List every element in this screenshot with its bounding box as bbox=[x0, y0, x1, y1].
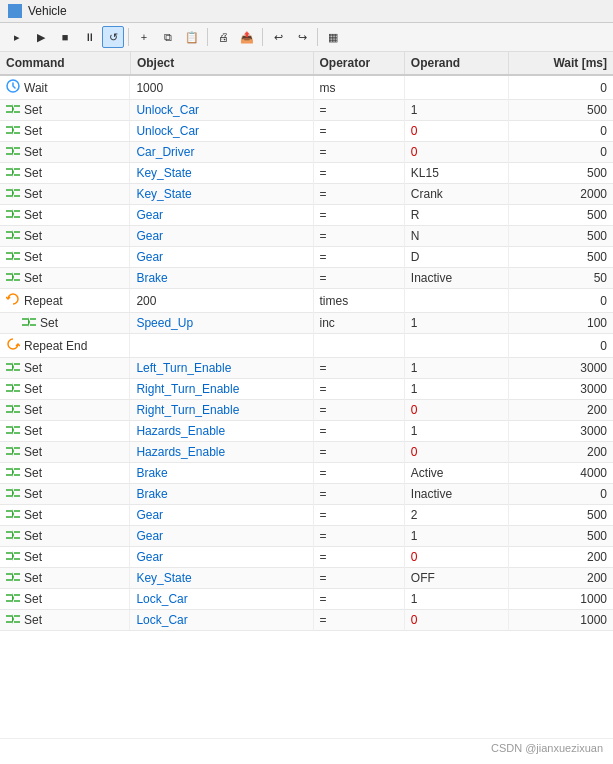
cell-operand: KL15 bbox=[404, 163, 508, 184]
command-label: Set bbox=[24, 508, 42, 522]
cell-object: Lock_Car bbox=[130, 589, 313, 610]
table-row[interactable]: Wait1000ms0 bbox=[0, 75, 613, 100]
toolbar-btn-add[interactable]: + bbox=[133, 26, 155, 48]
table-row[interactable]: SetCar_Driver=00 bbox=[0, 142, 613, 163]
table-row[interactable]: SetBrake=Inactive0 bbox=[0, 484, 613, 505]
cell-operand: 1 bbox=[404, 589, 508, 610]
cell-wait: 500 bbox=[509, 100, 613, 121]
table-row[interactable]: SetGear=N500 bbox=[0, 226, 613, 247]
cell-object: 1000 bbox=[130, 75, 313, 100]
toolbar-btn-export[interactable]: 📤 bbox=[236, 26, 258, 48]
table-row[interactable]: Repeat200times0 bbox=[0, 289, 613, 313]
table-row[interactable]: SetGear=D500 bbox=[0, 247, 613, 268]
cell-command: Set bbox=[0, 205, 130, 225]
cell-wait: 500 bbox=[509, 247, 613, 268]
cell-object: Gear bbox=[130, 247, 313, 268]
toolbar-btn-copy[interactable]: ⧉ bbox=[157, 26, 179, 48]
toolbar-btn-loop-active[interactable]: ↺ bbox=[102, 26, 124, 48]
command-label: Set bbox=[24, 103, 42, 117]
cell-object: Key_State bbox=[130, 163, 313, 184]
cell-command: Set bbox=[0, 121, 130, 141]
toolbar-btn-redo[interactable]: ↪ bbox=[291, 26, 313, 48]
toolbar-btn-grid[interactable]: ▦ bbox=[322, 26, 344, 48]
row-icon-set bbox=[6, 271, 20, 285]
table-row[interactable]: Repeat End0 bbox=[0, 334, 613, 358]
table-row[interactable]: SetBrake=Inactive50 bbox=[0, 268, 613, 289]
table-row[interactable]: SetGear=2500 bbox=[0, 505, 613, 526]
toolbar-btn-print[interactable]: 🖨 bbox=[212, 26, 234, 48]
cell-wait: 200 bbox=[509, 442, 613, 463]
cell-object: Unlock_Car bbox=[130, 121, 313, 142]
table-row[interactable]: SetGear=R500 bbox=[0, 205, 613, 226]
table-row[interactable]: SetRight_Turn_Enable=0200 bbox=[0, 400, 613, 421]
cell-operator: = bbox=[313, 379, 404, 400]
cell-object: Gear bbox=[130, 226, 313, 247]
toolbar-btn-paste[interactable]: 📋 bbox=[181, 26, 203, 48]
row-icon-set bbox=[6, 613, 20, 627]
toolbar: ▸▶■⏸↺+⧉📋🖨📤↩↪▦ bbox=[0, 23, 613, 52]
cell-operator: inc bbox=[313, 313, 404, 334]
table-row[interactable]: SetHazards_Enable=0200 bbox=[0, 442, 613, 463]
cell-operand: 1 bbox=[404, 100, 508, 121]
table-row[interactable]: SetLock_Car=01000 bbox=[0, 610, 613, 631]
table-row[interactable]: SetHazards_Enable=13000 bbox=[0, 421, 613, 442]
cell-command: Set bbox=[0, 358, 130, 378]
title-bar: Vehicle bbox=[0, 0, 613, 23]
cell-operator: = bbox=[313, 100, 404, 121]
table-header-row: Command Object Operator Operand Wait [ms… bbox=[0, 52, 613, 75]
table-row[interactable]: SetBrake=Active4000 bbox=[0, 463, 613, 484]
cell-object: Brake bbox=[130, 463, 313, 484]
cell-wait: 500 bbox=[509, 505, 613, 526]
table-row[interactable]: SetUnlock_Car=00 bbox=[0, 121, 613, 142]
window-icon bbox=[8, 4, 22, 18]
cell-command: Set bbox=[0, 526, 130, 546]
command-label: Set bbox=[24, 361, 42, 375]
command-label: Set bbox=[24, 250, 42, 264]
col-object: Object bbox=[130, 52, 313, 75]
row-icon-set bbox=[6, 445, 20, 459]
table-row[interactable]: SetGear=0200 bbox=[0, 547, 613, 568]
table-row[interactable]: SetGear=1500 bbox=[0, 526, 613, 547]
cell-operand: 0 bbox=[404, 442, 508, 463]
cell-operator: = bbox=[313, 358, 404, 379]
toolbar-btn-cursor[interactable]: ▸ bbox=[6, 26, 28, 48]
command-label: Set bbox=[24, 487, 42, 501]
table-row[interactable]: SetUnlock_Car=1500 bbox=[0, 100, 613, 121]
row-icon-set bbox=[6, 571, 20, 585]
table-row[interactable]: SetKey_State=KL15500 bbox=[0, 163, 613, 184]
cell-operand: 0 bbox=[404, 610, 508, 631]
row-icon-set bbox=[6, 382, 20, 396]
toolbar-btn-stop[interactable]: ■ bbox=[54, 26, 76, 48]
cell-command: Set bbox=[0, 589, 130, 609]
cell-wait: 0 bbox=[509, 334, 613, 358]
row-icon-set bbox=[6, 187, 20, 201]
cell-object: Hazards_Enable bbox=[130, 421, 313, 442]
table-row[interactable]: SetKey_State=Crank2000 bbox=[0, 184, 613, 205]
table-row[interactable]: SetSpeed_Upinc1100 bbox=[0, 313, 613, 334]
cell-command: Wait bbox=[0, 76, 130, 99]
cell-operator: = bbox=[313, 268, 404, 289]
toolbar-separator bbox=[317, 28, 318, 46]
cell-object: 200 bbox=[130, 289, 313, 313]
table-row[interactable]: SetRight_Turn_Enable=13000 bbox=[0, 379, 613, 400]
row-icon-set bbox=[6, 487, 20, 501]
cell-object: Gear bbox=[130, 205, 313, 226]
cell-wait: 500 bbox=[509, 226, 613, 247]
toolbar-btn-undo[interactable]: ↩ bbox=[267, 26, 289, 48]
cell-wait: 0 bbox=[509, 75, 613, 100]
table-row[interactable]: SetLeft_Turn_Enable=13000 bbox=[0, 358, 613, 379]
table-row[interactable]: SetKey_State=OFF200 bbox=[0, 568, 613, 589]
row-icon-set bbox=[6, 124, 20, 138]
table-container: Command Object Operator Operand Wait [ms… bbox=[0, 52, 613, 738]
cell-operator: = bbox=[313, 463, 404, 484]
command-label: Set bbox=[24, 424, 42, 438]
cell-operand bbox=[404, 289, 508, 313]
col-operator: Operator bbox=[313, 52, 404, 75]
toolbar-btn-step[interactable]: ⏸ bbox=[78, 26, 100, 48]
cell-operand: N bbox=[404, 226, 508, 247]
toolbar-btn-play[interactable]: ▶ bbox=[30, 26, 52, 48]
cell-operator: = bbox=[313, 163, 404, 184]
command-label: Set bbox=[24, 403, 42, 417]
window-title: Vehicle bbox=[28, 4, 67, 18]
table-row[interactable]: SetLock_Car=11000 bbox=[0, 589, 613, 610]
